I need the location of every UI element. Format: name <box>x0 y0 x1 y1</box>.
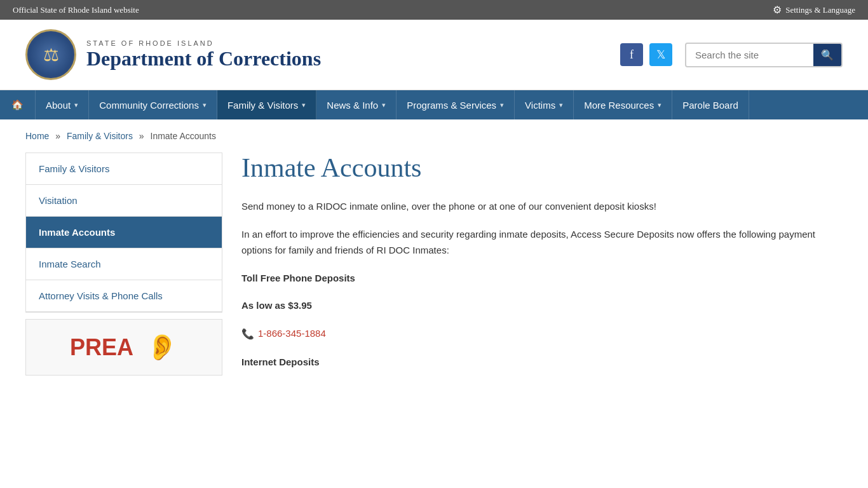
home-icon: 🏠 <box>11 99 24 111</box>
sidebar-item-family[interactable]: Family & Visitors <box>26 153 222 185</box>
chevron-down-icon: ▾ <box>500 101 504 109</box>
logo-inner: ⚖ <box>29 33 72 76</box>
ear-icon: 👂 <box>146 332 178 362</box>
nav-item-victims[interactable]: Victims ▾ <box>515 90 574 119</box>
nav-home[interactable]: 🏠 <box>0 90 36 119</box>
chevron-down-icon: ▾ <box>302 101 306 109</box>
breadcrumb-family[interactable]: Family & Visitors <box>67 131 133 141</box>
sidebar-banner: PREA 👂 <box>25 319 222 376</box>
search-icon: 🔍 <box>821 50 834 60</box>
breadcrumb-sep-2: » <box>139 131 144 141</box>
nav-item-parole[interactable]: Parole Board <box>672 90 749 119</box>
nav-item-family[interactable]: Family & Visitors ▾ <box>217 90 316 119</box>
chevron-down-icon: ▾ <box>559 101 563 109</box>
logo: ⚖ <box>25 29 76 80</box>
nav-victims-label: Victims <box>525 100 555 111</box>
nav-news-label: News & Info <box>327 100 378 111</box>
chevron-down-icon: ▾ <box>74 101 78 109</box>
header-title-block: STATE OF RHODE ISLAND Department of Corr… <box>86 39 321 71</box>
content-area: Inmate Accounts Send money to a RIDOC in… <box>241 152 843 381</box>
main-nav: 🏠 About ▾ Community Corrections ▾ Family… <box>0 90 868 119</box>
nav-parole-label: Parole Board <box>682 100 738 111</box>
search-button[interactable]: 🔍 <box>813 44 841 66</box>
settings-label[interactable]: Settings & Language <box>785 5 855 15</box>
section-2-heading: Internet Deposits <box>241 354 843 370</box>
dept-name: Department of Corrections <box>86 47 321 71</box>
breadcrumb-sep-1: » <box>55 131 60 141</box>
internet-deposits-heading: Internet Deposits <box>241 356 320 367</box>
chevron-down-icon: ▾ <box>382 101 386 109</box>
section-1-heading: Toll Free Phone Deposits <box>241 270 843 287</box>
twitter-icon: 𝕏 <box>656 48 666 62</box>
header-right: f 𝕏 🔍 <box>620 43 843 67</box>
twitter-link[interactable]: 𝕏 <box>649 43 672 66</box>
nav-programs-label: Programs & Services <box>407 100 496 111</box>
phone-line: 📞 1-866-345-1884 <box>241 325 843 342</box>
header-brand: ⚖ STATE OF RHODE ISLAND Department of Co… <box>25 29 321 80</box>
sidebar-item-inmate-search[interactable]: Inmate Search <box>26 248 222 280</box>
page-title: Inmate Accounts <box>241 152 843 183</box>
nav-community-label: Community Corrections <box>99 100 199 111</box>
breadcrumb-home[interactable]: Home <box>25 131 49 141</box>
settings-area[interactable]: ⚙ Settings & Language <box>773 4 855 16</box>
nav-family-label: Family & Visitors <box>227 100 298 111</box>
intro-paragraph-1: Send money to a RIDOC inmate online, ove… <box>241 198 843 215</box>
search-input[interactable] <box>686 44 813 65</box>
nav-about-label: About <box>46 100 71 111</box>
intro-paragraph-2: In an effort to improve the efficiencies… <box>241 226 843 259</box>
sidebar: Family & Visitors Visitation Inmate Acco… <box>25 152 222 376</box>
content-body: Send money to a RIDOC inmate online, ove… <box>241 198 843 370</box>
sidebar-menu: Family & Visitors Visitation Inmate Acco… <box>25 152 222 313</box>
chevron-down-icon: ▾ <box>658 101 661 109</box>
search-bar: 🔍 <box>685 43 843 67</box>
phone-icon: 📞 <box>241 325 254 342</box>
price-label: As low as $3.95 <box>241 300 312 311</box>
gear-icon: ⚙ <box>773 4 782 16</box>
facebook-icon: f <box>630 48 634 62</box>
nav-item-programs[interactable]: Programs & Services ▾ <box>397 90 515 119</box>
phone-number: 1-866-345-1884 <box>258 325 326 342</box>
main-content: Family & Visitors Visitation Inmate Acco… <box>0 152 868 407</box>
chevron-down-icon: ▾ <box>203 101 207 109</box>
sidebar-item-attorney[interactable]: Attorney Visits & Phone Calls <box>26 280 222 312</box>
sidebar-item-visitation[interactable]: Visitation <box>26 185 222 217</box>
social-icons: f 𝕏 <box>620 43 672 66</box>
state-label: STATE OF RHODE ISLAND <box>86 39 321 47</box>
nav-item-about[interactable]: About ▾ <box>36 90 89 119</box>
facebook-link[interactable]: f <box>620 43 643 66</box>
official-text: Official State of Rhode Island website <box>13 5 139 15</box>
nav-more-label: More Resources <box>584 100 654 111</box>
prea-logo: PREA <box>70 334 133 361</box>
breadcrumb: Home » Family & Visitors » Inmate Accoun… <box>0 119 868 152</box>
header: ⚖ STATE OF RHODE ISLAND Department of Co… <box>0 20 868 90</box>
nav-item-news[interactable]: News & Info ▾ <box>316 90 397 119</box>
nav-item-more[interactable]: More Resources ▾ <box>574 90 672 119</box>
breadcrumb-current: Inmate Accounts <box>151 131 217 141</box>
sidebar-item-inmate-accounts[interactable]: Inmate Accounts <box>26 217 222 248</box>
toll-free-heading: Toll Free Phone Deposits <box>241 273 355 283</box>
section-1-sub: As low as $3.95 <box>241 297 843 314</box>
top-bar: Official State of Rhode Island website ⚙… <box>0 0 868 20</box>
nav-item-community[interactable]: Community Corrections ▾ <box>89 90 217 119</box>
phone-link[interactable]: 📞 1-866-345-1884 <box>241 325 326 342</box>
